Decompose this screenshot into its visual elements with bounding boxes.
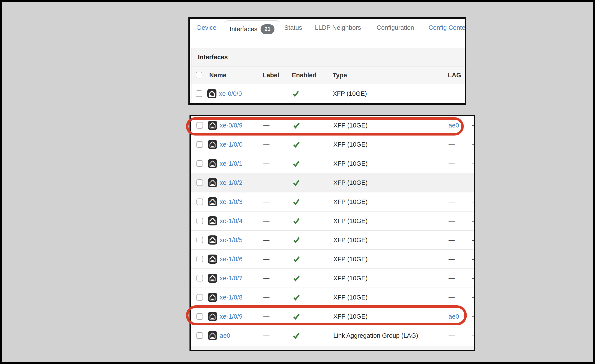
ethernet-port-icon xyxy=(208,331,217,340)
row-select-cell xyxy=(197,173,203,192)
interface-link[interactable]: xe-0/0/0 xyxy=(219,90,242,97)
ethernet-port-icon xyxy=(208,140,217,149)
interface-link[interactable]: xe-1/0/2 xyxy=(220,179,242,186)
label-cell: — xyxy=(263,116,269,135)
interface-link[interactable]: xe-1/0/5 xyxy=(220,237,242,244)
table-row: xe-1/0/8—XFP (10GE)—— xyxy=(191,288,474,307)
label-cell: — xyxy=(263,84,269,103)
check-icon xyxy=(292,217,300,225)
interface-link[interactable]: xe-1/0/6 xyxy=(220,256,242,263)
row-checkbox[interactable] xyxy=(197,218,203,224)
lag-empty-dash: — xyxy=(448,256,455,263)
interfaces-panel-top: Device Interfaces 21 Status LLDP Neighbo… xyxy=(188,17,466,105)
label-cell: — xyxy=(263,173,269,192)
clipped-column-dash: — xyxy=(472,313,475,320)
row-checkbox[interactable] xyxy=(197,122,203,129)
lag-cell: ae0 xyxy=(448,116,459,135)
interface-link[interactable]: xe-1/0/3 xyxy=(220,198,242,205)
tab-lldp-neighbors[interactable]: LLDP Neighbors xyxy=(315,19,361,37)
enabled-cell xyxy=(292,116,300,135)
device-tabbar: Device Interfaces 21 Status LLDP Neighbo… xyxy=(190,19,465,37)
interface-type-text: Link Aggregation Group (LAG) xyxy=(333,332,418,339)
check-icon xyxy=(292,90,300,98)
lag-empty-dash: — xyxy=(448,90,454,97)
lag-empty-dash: — xyxy=(448,179,455,186)
interface-type-icon-cell xyxy=(208,211,217,230)
interface-type-text: XFP (10GE) xyxy=(333,237,368,244)
column-header-name: Name xyxy=(209,66,227,84)
interface-name-cell: xe-1/0/7 xyxy=(220,269,242,287)
lag-link[interactable]: ae0 xyxy=(448,313,459,320)
tab-device[interactable]: Device xyxy=(197,19,216,37)
row-checkbox[interactable] xyxy=(196,90,202,97)
table-row: xe-1/0/9—XFP (10GE)ae0— xyxy=(191,307,474,326)
clipped-column-cell: — xyxy=(472,288,475,307)
row-select-cell xyxy=(196,84,202,103)
interface-type-icon-cell xyxy=(208,192,217,211)
clipped-column-cell: — xyxy=(472,211,475,230)
row-checkbox[interactable] xyxy=(197,294,203,301)
lag-link[interactable]: ae0 xyxy=(448,122,459,129)
interface-link[interactable]: xe-0/0/9 xyxy=(220,122,242,129)
check-icon xyxy=(292,313,300,320)
tab-configuration[interactable]: Configuration xyxy=(377,19,414,37)
row-checkbox[interactable] xyxy=(197,198,203,205)
interface-link[interactable]: xe-1/0/0 xyxy=(220,141,242,148)
ethernet-port-icon xyxy=(208,293,217,302)
lag-cell: — xyxy=(448,231,455,249)
row-checkbox[interactable] xyxy=(197,256,203,262)
interface-name-cell: xe-1/0/2 xyxy=(220,173,242,192)
interface-name-cell: xe-1/0/9 xyxy=(220,307,242,326)
interface-type-icon-cell xyxy=(207,84,217,103)
row-checkbox[interactable] xyxy=(197,179,203,186)
next-row-partial xyxy=(191,346,474,350)
row-checkbox[interactable] xyxy=(197,160,203,167)
row-select-cell xyxy=(197,192,203,211)
select-all-checkbox[interactable] xyxy=(196,72,202,78)
tab-interfaces[interactable]: Interfaces 21 xyxy=(225,20,279,38)
interface-link[interactable]: xe-1/0/8 xyxy=(220,294,242,301)
interface-type-text: XFP (10GE) xyxy=(333,179,368,186)
check-icon xyxy=(292,160,300,168)
interface-link[interactable]: xe-1/0/7 xyxy=(220,275,242,282)
type-cell: XFP (10GE) xyxy=(333,173,368,192)
clipped-column-cell: — xyxy=(472,231,475,249)
clipped-column-dash: — xyxy=(472,122,475,129)
row-select-cell xyxy=(197,250,203,268)
enabled-cell xyxy=(292,326,300,345)
clipped-column-dash: — xyxy=(472,256,475,263)
interface-type-text: XFP (10GE) xyxy=(333,217,368,224)
label-cell: — xyxy=(263,135,269,154)
ethernet-port-icon xyxy=(208,273,217,283)
lag-empty-dash: — xyxy=(448,160,455,167)
label-cell: — xyxy=(263,326,269,345)
label-cell: — xyxy=(263,154,269,173)
label-empty-dash: — xyxy=(263,160,269,167)
interface-link[interactable]: xe-1/0/1 xyxy=(220,160,242,167)
interface-link[interactable]: ae0 xyxy=(220,332,230,339)
interface-name-cell: xe-0/0/9 xyxy=(220,116,242,135)
interface-link[interactable]: xe-1/0/9 xyxy=(220,313,242,320)
tab-config-contexts[interactable]: Config Conte xyxy=(429,19,465,37)
lag-cell: — xyxy=(448,154,455,173)
row-checkbox[interactable] xyxy=(197,141,203,148)
lag-empty-dash: — xyxy=(448,141,455,148)
clipped-column-cell: — xyxy=(472,269,475,287)
interface-link[interactable]: xe-1/0/4 xyxy=(220,217,242,224)
interface-type-text: XFP (10GE) xyxy=(333,198,368,205)
clipped-column-cell: — xyxy=(472,135,475,154)
row-checkbox[interactable] xyxy=(197,237,203,243)
interfaces-panel-bottom: xe-0/0/9—XFP (10GE)ae0—xe-1/0/0—XFP (10G… xyxy=(190,115,475,351)
ethernet-port-icon xyxy=(207,89,217,98)
ethernet-port-icon xyxy=(208,235,217,245)
row-select-cell xyxy=(197,307,203,326)
row-checkbox[interactable] xyxy=(197,275,203,281)
row-checkbox[interactable] xyxy=(197,313,203,320)
ethernet-port-icon xyxy=(208,159,217,168)
type-cell: XFP (10GE) xyxy=(333,288,368,307)
row-select-cell xyxy=(197,326,203,345)
row-checkbox[interactable] xyxy=(197,332,203,339)
lag-empty-dash: — xyxy=(448,332,455,339)
tab-status[interactable]: Status xyxy=(284,19,302,37)
lag-empty-dash: — xyxy=(448,294,455,301)
